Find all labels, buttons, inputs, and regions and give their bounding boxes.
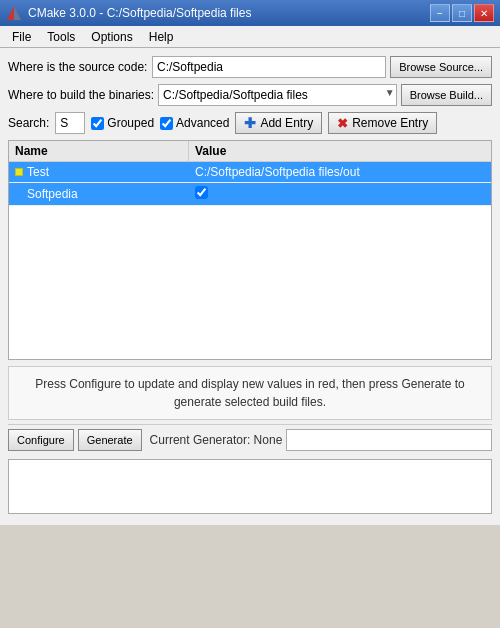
table-row[interactable]: Test C:/Softpedia/Softpedia files/out <box>9 162 491 183</box>
remove-icon: ✖ <box>337 116 348 131</box>
advanced-checkbox[interactable] <box>160 117 173 130</box>
row-name-cell: Test <box>9 162 189 182</box>
advanced-checkbox-label[interactable]: Advanced <box>160 116 229 130</box>
col-name-header: Name <box>9 141 189 161</box>
close-button[interactable]: ✕ <box>474 4 494 22</box>
menu-options[interactable]: Options <box>83 28 140 46</box>
grouped-label: Grouped <box>107 116 154 130</box>
add-entry-label: Add Entry <box>260 116 313 130</box>
entries-table[interactable]: Name Value Test C:/Softpedia/Softpedia f… <box>8 140 492 360</box>
bottom-bar: Configure Generate Current Generator: No… <box>8 424 492 455</box>
build-label: Where to build the binaries: <box>8 88 154 102</box>
row-indicator <box>15 190 23 198</box>
source-input[interactable] <box>152 56 386 78</box>
source-label: Where is the source code: <box>8 60 148 74</box>
row-name-cell: Softpedia <box>9 184 189 204</box>
maximize-button[interactable]: □ <box>452 4 472 22</box>
browse-source-button[interactable]: Browse Source... <box>390 56 492 78</box>
window-title: CMake 3.0.0 - C:/Softpedia/Softpedia fil… <box>28 6 251 20</box>
row-value-cell <box>189 183 491 205</box>
plus-icon: ✚ <box>244 115 256 131</box>
build-select[interactable]: C:/Softpedia/Softpedia files <box>158 84 397 106</box>
log-textarea[interactable] <box>8 459 492 514</box>
menu-file[interactable]: File <box>4 28 39 46</box>
remove-entry-button[interactable]: ✖ Remove Entry <box>328 112 437 134</box>
search-label: Search: <box>8 116 49 130</box>
status-message: Press Configure to update and display ne… <box>8 366 492 420</box>
svg-marker-1 <box>14 6 21 20</box>
row-name: Test <box>27 165 49 179</box>
search-row: Search: Grouped Advanced ✚ Add Entry ✖ R… <box>8 112 492 134</box>
search-input[interactable] <box>55 112 85 134</box>
minimize-button[interactable]: − <box>430 4 450 22</box>
row-checkbox[interactable] <box>195 186 208 199</box>
row-name: Softpedia <box>27 187 78 201</box>
row-indicator <box>15 168 23 176</box>
menu-tools[interactable]: Tools <box>39 28 83 46</box>
title-bar: CMake 3.0.0 - C:/Softpedia/Softpedia fil… <box>0 0 500 26</box>
cmake-icon <box>6 5 22 21</box>
col-value-header: Value <box>189 141 491 161</box>
table-row[interactable]: Softpedia <box>9 183 491 206</box>
generate-button[interactable]: Generate <box>78 429 142 451</box>
remove-entry-label: Remove Entry <box>352 116 428 130</box>
status-text: Press Configure to update and display ne… <box>35 377 465 409</box>
source-row: Where is the source code: Browse Source.… <box>8 56 492 78</box>
browse-build-button[interactable]: Browse Build... <box>401 84 492 106</box>
main-content: Where is the source code: Browse Source.… <box>0 48 500 525</box>
grouped-checkbox-label[interactable]: Grouped <box>91 116 154 130</box>
window-controls: − □ ✕ <box>430 4 494 22</box>
configure-button[interactable]: Configure <box>8 429 74 451</box>
build-row: Where to build the binaries: C:/Softpedi… <box>8 84 492 106</box>
add-entry-button[interactable]: ✚ Add Entry <box>235 112 322 134</box>
advanced-label: Advanced <box>176 116 229 130</box>
current-generator-label: Current Generator: None <box>150 433 283 447</box>
row-value-cell: C:/Softpedia/Softpedia files/out <box>189 162 491 182</box>
table-header: Name Value <box>9 141 491 162</box>
menu-help[interactable]: Help <box>141 28 182 46</box>
menu-bar: File Tools Options Help <box>0 26 500 48</box>
grouped-checkbox[interactable] <box>91 117 104 130</box>
build-select-wrapper: C:/Softpedia/Softpedia files ▼ <box>158 84 397 106</box>
generator-box <box>286 429 492 451</box>
